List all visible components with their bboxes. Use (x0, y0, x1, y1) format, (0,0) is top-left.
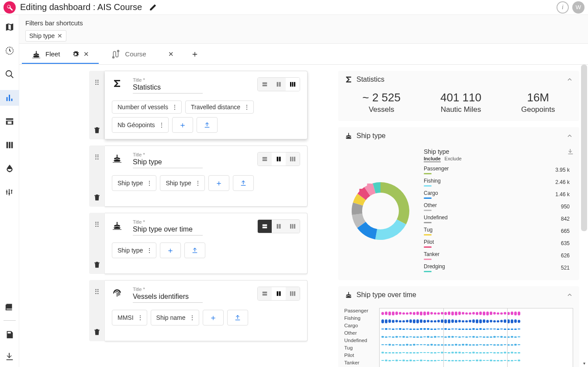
upload-metric-button[interactable] (184, 242, 205, 258)
legend-row[interactable]: Fishing2.46 k (424, 176, 570, 188)
legend-row[interactable]: Cargo1.46 k (424, 188, 570, 201)
metric-tag[interactable]: MMSI⋮ (112, 310, 147, 325)
layout-option[interactable] (258, 78, 272, 91)
app-logo[interactable] (3, 1, 16, 14)
widget-title[interactable]: Ship type over time (133, 225, 203, 235)
metric-tag[interactable]: Ship name⋮ (151, 310, 199, 325)
widget-card[interactable]: Title * Vessels identifiers MMSI⋮Ship na… (105, 280, 308, 341)
tag-menu[interactable]: ⋮ (244, 104, 250, 111)
sidebar-search[interactable] (0, 66, 19, 82)
widget-title[interactable]: Ship type (133, 158, 203, 168)
tag-menu[interactable]: ⋮ (137, 314, 143, 321)
widget-title[interactable]: Statistics (133, 83, 203, 93)
legend-row[interactable]: Tug665 (424, 225, 570, 237)
opacity-icon (5, 164, 14, 173)
widget-card[interactable]: Title * Statistics Number of vessels⋮Tra… (105, 71, 308, 139)
download-legend[interactable] (567, 148, 574, 155)
legend-row[interactable]: Passenger3.95 k (424, 164, 570, 176)
tab-fleet[interactable]: Fleet ✕ (22, 45, 99, 63)
sidebar-timeline[interactable] (0, 43, 19, 59)
chevron-up-icon (566, 76, 573, 83)
legend-row[interactable]: Pilot635 (424, 237, 570, 249)
metric-tag[interactable]: Nb Géopoints⋮ (112, 117, 169, 133)
layout-option[interactable] (272, 152, 286, 166)
drag-handle[interactable]: ⠿ (94, 288, 100, 296)
add-metric-button[interactable]: ＋ (160, 242, 181, 258)
svg-rect-16 (292, 157, 294, 162)
layout-option[interactable] (272, 220, 286, 233)
add-metric-button[interactable]: ＋ (172, 117, 193, 133)
tag-menu[interactable]: ⋮ (159, 121, 165, 128)
collapse-statistics[interactable] (566, 76, 573, 83)
drag-handle[interactable]: ⠿ (94, 79, 100, 87)
info-button[interactable]: i (557, 1, 569, 14)
sidebar-columns[interactable] (0, 137, 19, 153)
tag-menu[interactable]: ⋮ (195, 180, 201, 187)
metric-tag[interactable]: Number of vessels⋮ (112, 100, 182, 114)
legend-row[interactable]: Undefined842 (424, 213, 570, 225)
delete-widget[interactable] (93, 194, 101, 201)
tag-menu[interactable]: ⋮ (172, 104, 178, 111)
sidebar-map[interactable] (0, 19, 19, 35)
add-metric-button[interactable]: ＋ (208, 175, 229, 191)
delete-widget[interactable] (93, 261, 101, 269)
tag-menu[interactable]: ⋮ (189, 314, 195, 321)
layout-option[interactable] (286, 220, 300, 233)
layout-option[interactable] (286, 287, 300, 300)
tag-menu[interactable]: ⋮ (146, 247, 152, 254)
widget-card[interactable]: Title * Ship type over time Ship type⋮＋ (105, 213, 308, 274)
donut-slice[interactable] (380, 182, 409, 224)
tag-menu[interactable]: ⋮ (146, 180, 152, 187)
tab-course[interactable]: Course ✕ (101, 45, 183, 63)
sidebar-equalizer[interactable] (0, 184, 19, 200)
layout-option[interactable] (286, 152, 300, 166)
layout-option[interactable] (272, 287, 286, 300)
layout-option[interactable] (272, 78, 286, 91)
widget-card[interactable]: Title * Ship type Ship type⋮Ship type⋮＋ (105, 145, 308, 207)
chip-remove[interactable]: ✕ (57, 32, 62, 39)
add-tab-button[interactable]: ＋ (186, 44, 204, 64)
sidebar-analytics[interactable] (0, 90, 19, 106)
metric-tag[interactable]: Ship type⋮ (112, 242, 156, 258)
legend-row[interactable]: Tanker626 (424, 249, 570, 262)
sidebar-library[interactable] (0, 298, 19, 314)
collapse-shiptype[interactable] (566, 132, 573, 139)
layout-option[interactable] (258, 287, 272, 300)
search-icon (5, 69, 14, 79)
metric-tag[interactable]: Ship type⋮ (112, 175, 156, 191)
scrollbar[interactable] (581, 65, 587, 231)
svg-rect-19 (263, 227, 267, 229)
upload-metric-button[interactable] (227, 310, 248, 325)
donut-slice[interactable] (375, 219, 406, 240)
upload-metric-button[interactable] (233, 175, 254, 191)
gear-icon[interactable] (72, 51, 79, 58)
layout-option[interactable] (258, 220, 272, 233)
donut-chart (343, 148, 418, 274)
layout-option[interactable] (258, 152, 272, 166)
legend-mode[interactable]: Include Exclude (424, 156, 574, 161)
user-avatar[interactable]: W (572, 1, 585, 14)
sidebar-table[interactable] (0, 114, 19, 129)
close-tab-course[interactable]: ✕ (168, 50, 174, 58)
add-metric-button[interactable]: ＋ (203, 310, 224, 325)
edit-title-button[interactable] (149, 3, 157, 11)
delete-widget[interactable] (93, 328, 101, 336)
close-tab-fleet[interactable]: ✕ (83, 50, 89, 58)
scroll-down-button[interactable]: ▾ (580, 360, 588, 366)
drag-handle[interactable]: ⠿ (94, 221, 100, 229)
widget-title[interactable]: Vessels identifiers (133, 293, 203, 303)
upload-metric-button[interactable] (197, 117, 218, 133)
legend-row[interactable]: Other950 (424, 201, 570, 213)
sidebar-style[interactable] (0, 161, 19, 177)
metric-tag[interactable]: Travelled distance⋮ (185, 100, 254, 114)
delete-widget[interactable] (93, 126, 101, 134)
drag-handle[interactable]: ⠿ (94, 153, 100, 162)
layout-option[interactable] (286, 78, 300, 91)
svg-rect-26 (263, 294, 267, 296)
filter-chip[interactable]: Ship type✕ (25, 30, 66, 42)
metric-tag[interactable]: Ship type⋮ (160, 175, 204, 191)
sidebar-download[interactable] (0, 349, 19, 364)
legend-row[interactable]: Dredging521 (424, 262, 570, 274)
sidebar-save[interactable] (0, 327, 19, 343)
collapse-overtime[interactable] (566, 291, 573, 298)
